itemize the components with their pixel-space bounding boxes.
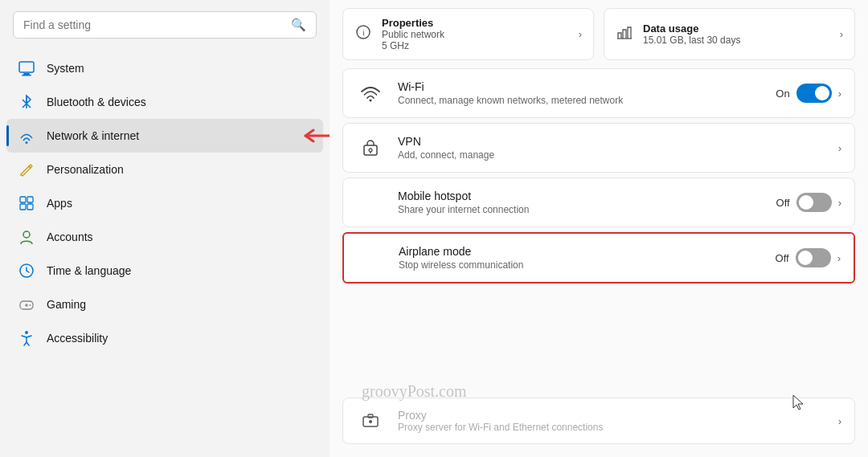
sidebar-item-label-personalization: Personalization bbox=[47, 163, 124, 176]
svg-rect-2 bbox=[22, 75, 31, 76]
setting-card-airplane-mode[interactable]: Airplane mode Stop wireless communicatio… bbox=[342, 232, 855, 284]
sidebar-item-personalization[interactable]: Personalization bbox=[6, 153, 323, 186]
apps-icon bbox=[18, 194, 35, 212]
network-icon bbox=[18, 127, 35, 145]
wifi-title: Wi-Fi bbox=[398, 80, 763, 93]
sidebar-item-label-system: System bbox=[47, 62, 84, 75]
airplane-mode-toggle-thumb bbox=[798, 251, 813, 265]
mobile-hotspot-desc: Share your internet connection bbox=[398, 204, 764, 215]
sidebar-item-accounts[interactable]: Accounts bbox=[6, 220, 323, 254]
wifi-toggle-thumb bbox=[815, 86, 829, 100]
svg-text:i: i bbox=[362, 28, 365, 37]
system-icon bbox=[18, 59, 35, 77]
data-usage-chevron: › bbox=[840, 28, 843, 40]
sidebar-item-accessibility[interactable]: Accessibility bbox=[6, 321, 323, 355]
properties-card[interactable]: i Properties Public network 5 GHz › bbox=[342, 8, 594, 60]
data-usage-card[interactable]: Data usage 15.01 GB, last 30 days › bbox=[604, 8, 855, 60]
setting-card-wifi[interactable]: Wi-Fi Connect, manage known networks, me… bbox=[342, 68, 855, 118]
time-icon bbox=[18, 262, 35, 280]
vpn-chevron: › bbox=[838, 142, 841, 154]
sidebar-item-system[interactable]: System bbox=[6, 51, 323, 85]
arrow-annotation bbox=[289, 123, 330, 149]
settings-list: Wi-Fi Connect, manage known networks, me… bbox=[342, 68, 855, 393]
proxy-chevron: › bbox=[838, 415, 841, 427]
proxy-partial-card[interactable]: Proxy Proxy server for Wi-Fi and Etherne… bbox=[342, 398, 855, 444]
airplane-mode-chevron: › bbox=[837, 252, 841, 264]
mobile-hotspot-toggle-thumb bbox=[799, 195, 813, 210]
wifi-icon bbox=[356, 79, 385, 108]
wifi-desc: Connect, manage known networks, metered … bbox=[398, 95, 763, 106]
proxy-icon bbox=[356, 406, 385, 435]
svg-point-8 bbox=[23, 231, 30, 238]
svg-point-13 bbox=[30, 304, 31, 306]
airplane-mode-toggle[interactable] bbox=[796, 248, 831, 267]
svg-rect-0 bbox=[19, 62, 34, 72]
wifi-chevron: › bbox=[838, 88, 841, 100]
bluetooth-icon bbox=[18, 93, 35, 111]
airplane-mode-title: Airplane mode bbox=[399, 245, 763, 258]
sidebar-item-bluetooth[interactable]: Bluetooth & devices bbox=[6, 85, 323, 119]
wifi-toggle[interactable] bbox=[796, 84, 832, 103]
wifi-right: On › bbox=[776, 84, 841, 103]
svg-point-18 bbox=[370, 100, 372, 102]
setting-card-vpn[interactable]: VPN Add, connect, manage › bbox=[342, 123, 855, 173]
sidebar-item-label-network: Network & internet bbox=[47, 129, 139, 142]
vpn-icon bbox=[356, 133, 385, 162]
properties-title: Properties bbox=[382, 17, 569, 29]
proxy-title: Proxy bbox=[398, 409, 825, 422]
svg-point-14 bbox=[25, 331, 28, 334]
mobile-hotspot-icon bbox=[356, 188, 385, 217]
mobile-hotspot-chevron: › bbox=[838, 197, 841, 209]
airplane-mode-icon bbox=[357, 243, 386, 272]
svg-point-20 bbox=[369, 149, 372, 152]
svg-rect-4 bbox=[20, 197, 26, 202]
search-bar[interactable]: 🔍 bbox=[13, 11, 317, 39]
mobile-hotspot-status: Off bbox=[776, 197, 790, 209]
search-input[interactable] bbox=[23, 18, 285, 31]
svg-rect-24 bbox=[368, 414, 373, 418]
vpn-right: › bbox=[838, 142, 841, 154]
mobile-hotspot-title: Mobile hotspot bbox=[398, 190, 764, 202]
setting-card-mobile-hotspot[interactable]: Mobile hotspot Share your internet conne… bbox=[342, 177, 855, 227]
sidebar-item-label-time: Time & language bbox=[47, 264, 131, 277]
main-content: i Properties Public network 5 GHz › Data… bbox=[330, 0, 868, 457]
mobile-hotspot-toggle[interactable] bbox=[796, 193, 832, 212]
wifi-status: On bbox=[776, 88, 789, 100]
sidebar-item-label-gaming: Gaming bbox=[47, 298, 86, 311]
personalization-icon bbox=[18, 161, 35, 178]
sidebar: 🔍 System Bluetooth & devices Network & i… bbox=[0, 0, 330, 457]
nav-list: System Bluetooth & devices Network & int… bbox=[0, 51, 330, 457]
accounts-icon bbox=[18, 228, 35, 246]
sidebar-item-time[interactable]: Time & language bbox=[6, 254, 323, 288]
svg-rect-7 bbox=[27, 204, 33, 210]
mobile-hotspot-right: Off › bbox=[776, 193, 841, 212]
sidebar-item-label-bluetooth: Bluetooth & devices bbox=[47, 96, 146, 108]
vpn-desc: Add, connect, manage bbox=[398, 149, 825, 161]
proxy-desc: Proxy server for Wi-Fi and Ethernet conn… bbox=[398, 422, 825, 433]
sidebar-item-label-accessibility: Accessibility bbox=[47, 332, 108, 345]
svg-rect-6 bbox=[20, 204, 26, 210]
svg-point-23 bbox=[369, 420, 372, 423]
sidebar-item-gaming[interactable]: Gaming bbox=[6, 288, 323, 321]
sidebar-item-label-accounts: Accounts bbox=[47, 231, 93, 243]
svg-point-3 bbox=[26, 141, 28, 144]
properties-chevron: › bbox=[579, 28, 582, 40]
airplane-mode-status: Off bbox=[776, 252, 789, 264]
svg-rect-1 bbox=[23, 73, 30, 75]
data-usage-sub: 15.01 GB, last 30 days bbox=[643, 35, 830, 46]
sidebar-item-network[interactable]: Network & internet bbox=[6, 119, 323, 153]
airplane-mode-desc: Stop wireless communication bbox=[399, 259, 763, 271]
top-partial-row: i Properties Public network 5 GHz › Data… bbox=[342, 0, 855, 68]
vpn-title: VPN bbox=[398, 135, 825, 148]
search-icon: 🔍 bbox=[291, 18, 306, 32]
svg-rect-19 bbox=[364, 145, 377, 155]
svg-rect-5 bbox=[27, 197, 33, 202]
gaming-icon bbox=[18, 296, 35, 313]
data-usage-icon bbox=[616, 23, 633, 45]
properties-sub1: Public network bbox=[382, 29, 569, 40]
accessibility-icon bbox=[18, 329, 35, 347]
properties-sub2: 5 GHz bbox=[382, 40, 569, 51]
data-usage-title: Data usage bbox=[643, 22, 830, 35]
airplane-mode-right: Off › bbox=[776, 248, 841, 267]
sidebar-item-apps[interactable]: Apps bbox=[6, 186, 323, 220]
